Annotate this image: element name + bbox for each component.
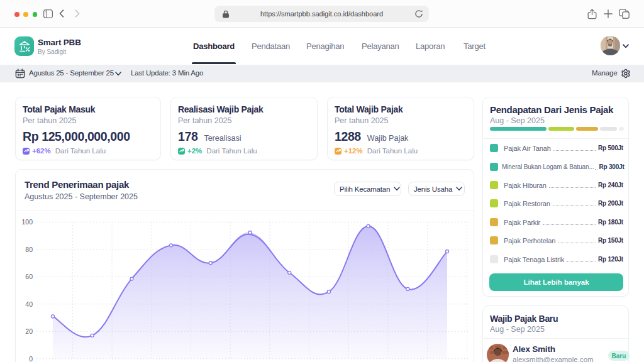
svg-text:100: 100 [21,218,33,226]
svg-text:20: 20 [25,327,33,335]
svg-text:60: 60 [25,273,33,280]
svg-text:80: 80 [25,246,33,253]
svg-text:40: 40 [25,300,33,308]
svg-text:0: 0 [29,355,33,362]
